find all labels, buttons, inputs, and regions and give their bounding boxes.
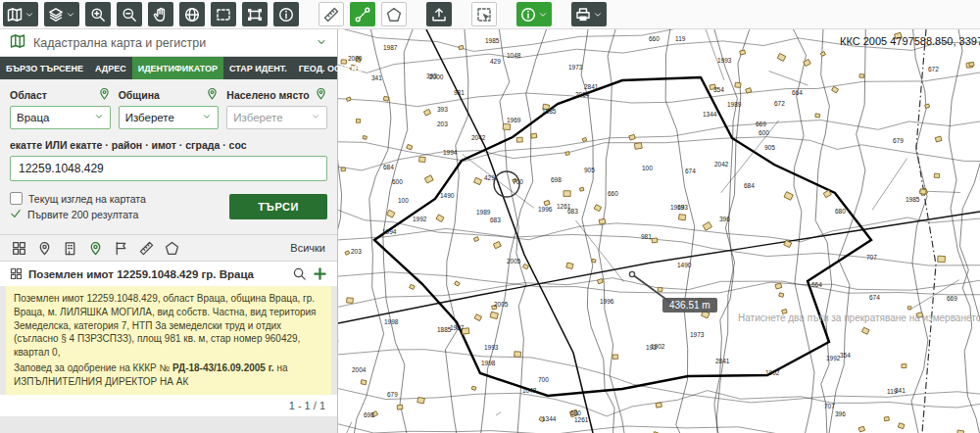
identifier-input[interactable] [10, 156, 327, 181]
flag-icon[interactable] [114, 241, 128, 256]
settlement-field: Населено място Изберете [226, 87, 327, 129]
svg-text:1987: 1987 [450, 324, 465, 331]
tab-address[interactable]: АДРЕС [89, 57, 132, 79]
building-icon[interactable] [63, 241, 77, 256]
region-label: Област [10, 89, 47, 101]
hand-icon [153, 7, 169, 23]
municipality-value: Изберете [125, 112, 174, 123]
add-result-icon[interactable] [313, 266, 327, 281]
svg-text:1902: 1902 [765, 369, 780, 376]
svg-text:707: 707 [824, 403, 835, 409]
panel-title: Кадастрална карта и регистри [33, 36, 308, 50]
svg-text:660: 660 [649, 35, 660, 42]
grid-icon[interactable] [12, 241, 26, 256]
svg-text:1994: 1994 [443, 149, 458, 156]
upload-icon [431, 7, 447, 23]
chevron-down-icon [66, 10, 75, 20]
crs-coordinates-readout: ККС 2005 4797588.850, 3397 [840, 35, 980, 47]
zoom-to-result-icon[interactable] [292, 266, 307, 281]
filter-all-link[interactable]: Всички [290, 242, 325, 254]
chevron-down-icon [593, 10, 603, 20]
search-tabs: БЪРЗО ТЪРСЕНЕ АДРЕС ИДЕНТИФИКАТОР СТАР И… [0, 57, 337, 79]
result-item[interactable]: Поземлен имот 12259.1048.429 гр. Враца [0, 262, 337, 286]
svg-text:664: 664 [792, 89, 803, 96]
svg-text:354: 354 [713, 86, 724, 93]
map-pin-icon[interactable] [88, 241, 103, 256]
municipality-select[interactable]: Изберете [119, 106, 220, 129]
info-button[interactable] [273, 2, 299, 26]
svg-text:1996: 1996 [600, 298, 614, 305]
print-button[interactable] [571, 2, 607, 26]
polygon-icon[interactable] [165, 241, 179, 256]
svg-text:119: 119 [675, 35, 686, 42]
svg-text:1048: 1048 [507, 52, 521, 59]
full-extent-button[interactable] [179, 2, 205, 26]
svg-text:1998: 1998 [384, 318, 399, 325]
svg-text:698: 698 [551, 176, 562, 183]
svg-text:1992: 1992 [826, 355, 841, 361]
map-pin-icon[interactable] [98, 87, 111, 102]
select-rectangle-button[interactable] [211, 2, 236, 26]
panel-header[interactable]: Кадастрална карта и регистри [0, 29, 337, 57]
approval-order-line: Заповед за одобрение на КККР № РД-18-43/… [14, 361, 323, 389]
svg-text:672: 672 [774, 100, 785, 107]
svg-text:100: 100 [642, 165, 653, 171]
zoom-out-button[interactable] [117, 2, 142, 26]
map-pin-icon[interactable] [206, 87, 219, 102]
printer-icon [575, 7, 591, 23]
identifier-hint: екатте ИЛИ екатте · район · имот · сград… [10, 139, 327, 151]
layers-button[interactable] [44, 2, 79, 26]
svg-text:1998: 1998 [481, 360, 496, 366]
cadastral-map[interactable]: 2042193679680700707683396393199619921987… [338, 29, 980, 433]
tab-old-identifier[interactable]: СТАР ИДЕНТ. [223, 57, 293, 79]
settlement-select[interactable]: Изберете [226, 106, 327, 129]
map-pin-icon[interactable] [315, 87, 327, 102]
svg-text:1490: 1490 [677, 262, 692, 268]
tab-quick-search[interactable]: БЪРЗО ТЪРСЕНЕ [0, 57, 89, 79]
measure-line-button[interactable] [350, 2, 375, 26]
svg-text:2005: 2005 [494, 301, 509, 308]
identify-button[interactable] [516, 2, 552, 26]
svg-text:680: 680 [835, 208, 846, 215]
svg-text:600: 600 [392, 178, 403, 185]
map-viewport[interactable]: 2042193679680700707683396393199619921987… [338, 29, 980, 433]
ruler-icon[interactable] [139, 241, 154, 256]
region-field: Област Враца [10, 87, 111, 129]
svg-text:1985: 1985 [485, 37, 500, 44]
map-pin-icon[interactable] [37, 241, 52, 256]
svg-text:1490: 1490 [440, 192, 455, 199]
zoom-in-button[interactable] [85, 2, 111, 26]
order-number: РД-18-43/16.09.2005 г. [172, 362, 274, 373]
svg-text:683: 683 [490, 216, 501, 223]
select-area-button[interactable] [471, 2, 497, 26]
dashed-box-icon [476, 7, 492, 23]
svg-text:341: 341 [895, 387, 906, 394]
chevron-down-icon[interactable] [316, 34, 327, 52]
export-button[interactable] [426, 2, 452, 26]
chevron-down-icon [538, 10, 548, 20]
measure-ruler-button[interactable] [318, 2, 344, 26]
zoom-box-button[interactable] [242, 2, 268, 26]
chevron-down-icon [24, 10, 34, 20]
region-select[interactable]: Враца [10, 106, 111, 129]
svg-text:1973: 1973 [690, 331, 705, 338]
svg-text:1048: 1048 [522, 387, 537, 394]
svg-text:684: 684 [744, 182, 755, 189]
tab-identifier[interactable]: ИДЕНТИФИКАТОР [132, 57, 223, 79]
chevron-down-icon [94, 112, 104, 123]
basemap-button[interactable] [3, 2, 38, 26]
pan-button[interactable] [148, 2, 173, 26]
svg-text:354: 354 [840, 352, 851, 359]
map-icon [7, 7, 23, 23]
measure-area-button[interactable] [381, 2, 407, 26]
municipality-label: Община [119, 89, 160, 101]
check-icon [10, 208, 22, 221]
checkbox-unchecked[interactable] [10, 192, 23, 205]
svg-text:680: 680 [570, 409, 581, 416]
current-view-checkbox-row[interactable]: Текущ изглед на картата [10, 192, 229, 205]
svg-text:660: 660 [608, 190, 618, 197]
svg-text:1992: 1992 [413, 216, 427, 222]
ruler-icon [323, 7, 339, 23]
tab-geodetic-basis[interactable]: ГЕОД. ОСНОВА [293, 57, 372, 79]
search-button[interactable]: ТЪРСИ [229, 194, 327, 219]
